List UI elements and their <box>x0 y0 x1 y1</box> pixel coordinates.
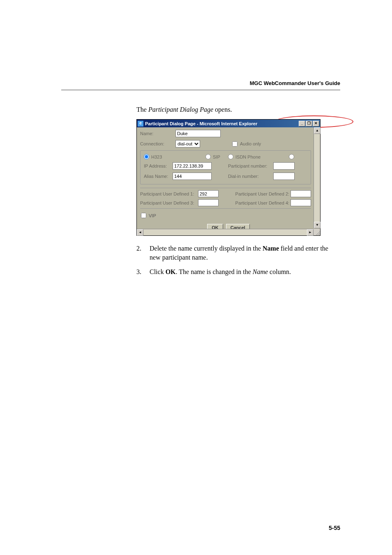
udef3-label: Participant User Defined 3: <box>140 200 198 205</box>
guide-title: MGC WebCommander User's Guide <box>250 80 340 86</box>
udef3-field[interactable] <box>198 199 219 206</box>
step-3-italic: Name <box>253 268 268 275</box>
scroll-up-arrow[interactable]: ▲ <box>314 127 321 134</box>
h323-label: H323 <box>151 154 162 159</box>
dialin-number-field[interactable] <box>273 173 295 180</box>
participant-number-label: Participant number: <box>228 164 273 168</box>
vertical-scrollbar[interactable]: ▲ ▼ <box>314 127 320 228</box>
participant-dialog-window: e Participant Dialog Page - Microsoft In… <box>136 119 321 236</box>
intro-prefix: The <box>136 106 148 113</box>
step-list: 2. Delete the name currently displayed i… <box>136 244 340 276</box>
name-label: Name: <box>140 131 175 136</box>
alias-name-field[interactable] <box>173 173 212 180</box>
h323-radio[interactable] <box>144 154 149 159</box>
svg-line-2 <box>319 235 320 235</box>
scroll-right-arrow[interactable]: ► <box>307 229 314 236</box>
intro-text: The Participant Dialog Page opens. <box>136 106 340 113</box>
isdn-label: ISDN Phone <box>235 154 261 159</box>
restore-button[interactable]: ❐ <box>306 121 312 127</box>
intro-suffix: opens. <box>213 106 232 113</box>
isdn-radio[interactable] <box>228 154 233 159</box>
step-3a: Click <box>150 268 166 275</box>
udef2-field[interactable] <box>291 190 311 197</box>
step-2-text: Delete the name currently displayed in t… <box>150 244 340 262</box>
separator-2 <box>140 208 311 209</box>
header-divider <box>61 90 340 90</box>
resize-grip[interactable] <box>314 229 320 235</box>
page-number: 5-55 <box>329 525 340 531</box>
alias-name-label: Alias Name: <box>144 174 173 179</box>
step-3b: . The name is changed in the <box>176 268 253 275</box>
udef2-label: Participant User Defined 2: <box>235 191 291 196</box>
extra-radio[interactable] <box>289 154 294 159</box>
step-3-number: 3. <box>136 267 150 276</box>
step-2-bold: Name <box>263 245 279 252</box>
udef4-label: Participant User Defined 4: <box>235 200 291 205</box>
vip-checkbox[interactable] <box>141 213 146 218</box>
ip-address-field[interactable] <box>173 162 212 170</box>
interface-group: H323 SIP ISDN Phone IP Address: <box>140 150 311 184</box>
connection-label: Connection: <box>140 141 175 146</box>
step-3-text: Click OK. The name is changed in the Nam… <box>150 267 340 276</box>
intro-italic: Participant Dialog Page <box>148 106 213 113</box>
sip-label: SIP <box>213 154 220 159</box>
audio-only-label: Audio only <box>240 141 261 146</box>
udef1-field[interactable] <box>198 190 219 197</box>
title-bar: e Participant Dialog Page - Microsoft In… <box>137 120 320 127</box>
udef1-label: Participant User Defined 1: <box>140 191 198 196</box>
audio-only-checkbox[interactable] <box>232 141 238 147</box>
sip-radio[interactable] <box>205 154 211 159</box>
scroll-down-arrow[interactable]: ▼ <box>314 222 321 228</box>
step-2a: Delete the name currently displayed in t… <box>150 245 263 252</box>
vip-label: VIP <box>149 213 156 218</box>
dialin-number-label: Dial-in number: <box>228 174 273 179</box>
separator <box>140 188 311 188</box>
connection-select[interactable]: dial-out <box>175 140 200 147</box>
ie-icon: e <box>138 121 143 127</box>
name-field[interactable] <box>175 130 221 137</box>
scroll-left-arrow[interactable]: ◄ <box>137 229 143 236</box>
participant-number-field[interactable] <box>273 162 295 170</box>
udef4-field[interactable] <box>291 199 311 206</box>
ip-address-label: IP Address: <box>144 164 173 168</box>
horizontal-scrollbar[interactable]: ◄ ► <box>137 229 314 235</box>
close-button[interactable]: ✕ <box>313 121 319 127</box>
window-title-text: Participant Dialog Page - Microsoft Inte… <box>145 121 257 126</box>
minimize-button[interactable]: _ <box>299 121 305 127</box>
step-3-bold: OK <box>166 268 176 275</box>
step-2-number: 2. <box>136 244 150 262</box>
step-3c: column. <box>268 268 291 275</box>
